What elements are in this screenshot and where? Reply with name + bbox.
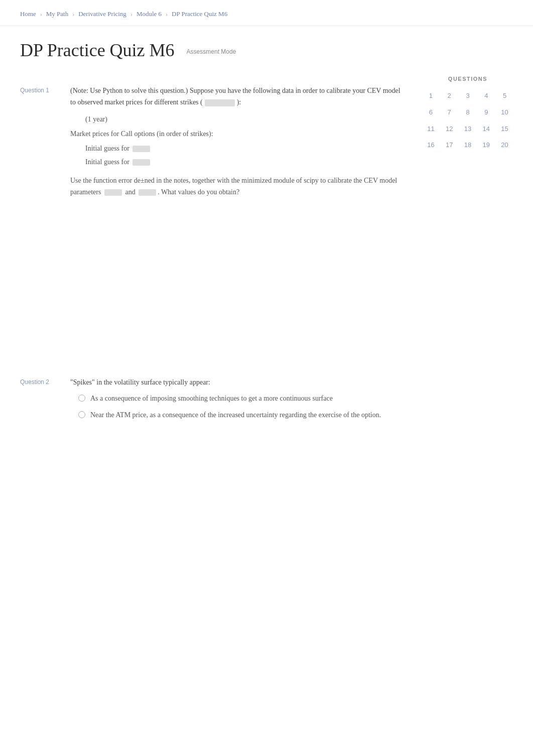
answer-text-2: Near the ATM price, as a consequence of … (90, 410, 381, 421)
question-1-label: Question 1 (20, 85, 60, 201)
q-num-16[interactable]: 16 (423, 138, 439, 153)
question-1-content: (Note: Use Python to solve this question… (70, 85, 403, 201)
question-1-market-prices: Market prices for Call options (in order… (70, 128, 403, 140)
q-num-10[interactable]: 10 (496, 105, 513, 120)
placeholder-param1 (104, 189, 122, 196)
q-num-1[interactable]: 1 (423, 89, 439, 103)
question-2-option-2[interactable]: Near the ATM price, as a consequence of … (78, 410, 403, 421)
question-1-text: (Note: Use Python to solve this question… (70, 85, 403, 108)
questions-sidebar: QUESTIONS 1 2 3 4 5 6 7 8 9 10 11 12 13 … (423, 75, 513, 441)
q-num-17[interactable]: 17 (441, 138, 458, 153)
breadcrumb-quiz[interactable]: DP Practice Quiz M6 (172, 9, 227, 20)
question-2-content: "Spikes" in the volatility surface typic… (70, 376, 403, 426)
q-num-4[interactable]: 4 (478, 89, 494, 103)
question-1-bottom-text: Use the function error de±ned in the not… (70, 175, 403, 198)
question-2-text: "Spikes" in the volatility surface typic… (70, 376, 403, 388)
breadcrumb-mypath[interactable]: My Path (46, 9, 68, 20)
breadcrumb-sep-2: › (72, 10, 74, 19)
q-num-13[interactable]: 13 (460, 122, 476, 137)
spacer-q1-q2 (20, 216, 403, 366)
questions-area: Question 1 (Note: Use Python to solve th… (20, 75, 403, 441)
q-num-2[interactable]: 2 (441, 89, 458, 103)
radio-option-1[interactable] (78, 395, 85, 402)
q-num-3[interactable]: 3 (460, 89, 476, 103)
answer-text-1: As a consequence of imposing smoothing t… (90, 393, 333, 404)
question-1-initial-guess-2: Initial guess for (85, 156, 403, 168)
assessment-mode-badge: Assessment Mode (187, 47, 236, 57)
question-1-initial-guess-1: Initial guess for (85, 143, 403, 154)
question-number-grid: 1 2 3 4 5 6 7 8 9 10 11 12 13 14 15 16 1… (423, 89, 513, 153)
q-num-15[interactable]: 15 (496, 122, 513, 137)
q-num-5[interactable]: 5 (496, 89, 513, 103)
question-1-year: (1 year) (85, 113, 403, 125)
breadcrumb-sep-3: › (130, 10, 132, 19)
q-num-9[interactable]: 9 (478, 105, 494, 120)
placeholder-ig1 (132, 146, 150, 152)
breadcrumb: Home › My Path › Derivative Pricing › Mo… (0, 0, 533, 26)
page-title: DP Practice Quiz M6 (20, 36, 175, 65)
q-num-8[interactable]: 8 (460, 105, 476, 120)
placeholder-strikes (205, 99, 235, 106)
breadcrumb-home[interactable]: Home (20, 9, 36, 20)
q-num-20[interactable]: 20 (496, 138, 513, 153)
page-header: DP Practice Quiz M6 Assessment Mode (0, 26, 533, 70)
radio-option-2[interactable] (78, 411, 85, 418)
breadcrumb-derivative-pricing[interactable]: Derivative Pricing (78, 9, 126, 20)
q-num-14[interactable]: 14 (478, 122, 494, 137)
questions-sidebar-label: QUESTIONS (423, 75, 513, 84)
breadcrumb-sep-1: › (40, 10, 42, 19)
q-num-6[interactable]: 6 (423, 105, 439, 120)
q-num-18[interactable]: 18 (460, 138, 476, 153)
q-num-11[interactable]: 11 (423, 122, 439, 137)
question-1-block: Question 1 (Note: Use Python to solve th… (20, 75, 403, 201)
breadcrumb-sep-4: › (166, 10, 168, 19)
placeholder-ig2 (132, 159, 150, 166)
placeholder-param2 (139, 189, 156, 196)
q-num-19[interactable]: 19 (478, 138, 494, 153)
q-num-7[interactable]: 7 (441, 105, 458, 120)
question-2-label: Question 2 (20, 376, 60, 426)
q-num-12[interactable]: 12 (441, 122, 458, 137)
question-2-option-1[interactable]: As a consequence of imposing smoothing t… (78, 393, 403, 404)
question-2-block: Question 2 "Spikes" in the volatility su… (20, 366, 403, 426)
main-layout: Question 1 (Note: Use Python to solve th… (0, 70, 533, 461)
breadcrumb-module6[interactable]: Module 6 (137, 9, 162, 20)
